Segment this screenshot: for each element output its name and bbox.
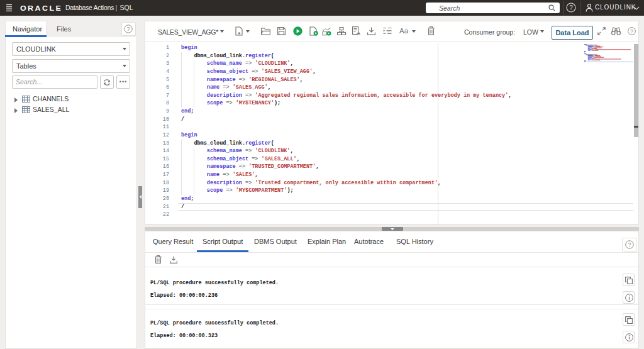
svg-text:?: ? — [126, 26, 130, 32]
svg-text:?: ? — [630, 28, 633, 35]
svg-text:?: ? — [628, 241, 631, 248]
svg-text:?: ? — [569, 4, 573, 11]
